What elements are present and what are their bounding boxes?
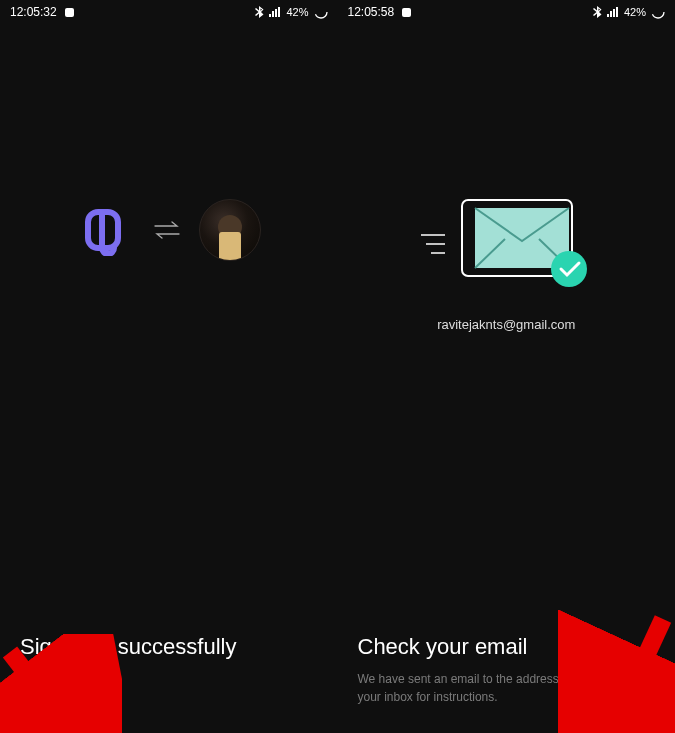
- page-subtitle: We have sent an email to the address abo…: [358, 670, 656, 706]
- svg-point-5: [551, 251, 587, 287]
- status-bar: 12:05:58 42%: [338, 0, 676, 24]
- notification-icon: [65, 8, 74, 17]
- status-time: 12:05:58: [348, 5, 395, 19]
- status-bar: 12:05:32 42%: [0, 0, 338, 24]
- battery-percent: 42%: [624, 6, 646, 18]
- notification-icon: [402, 8, 411, 17]
- phone-right-check-email: 12:05:58 42% ravitejaknts@gmail.com Chec…: [338, 0, 676, 733]
- email-illustration: [358, 199, 656, 289]
- status-time: 12:05:32: [10, 5, 57, 19]
- user-email: ravitejaknts@gmail.com: [358, 317, 656, 332]
- swap-arrows-icon: [153, 221, 181, 239]
- signal-icon: [607, 7, 619, 17]
- battery-percent: 42%: [286, 6, 308, 18]
- page-title: Check your email: [358, 634, 656, 660]
- battery-icon: [651, 5, 665, 19]
- status-right: 42%: [593, 5, 665, 19]
- motion-lines-icon: [421, 229, 451, 259]
- signal-icon: [269, 7, 281, 17]
- phone-left-signed-in: 12:05:32 42% Signed in successfully Inst…: [0, 0, 338, 733]
- envelope-icon: [461, 199, 591, 289]
- bluetooth-icon: [593, 6, 602, 18]
- svg-point-2: [652, 6, 664, 18]
- bluetooth-icon: [255, 6, 264, 18]
- sign-in-illustration: [20, 199, 318, 261]
- page-title: Signed in successfully: [20, 634, 318, 660]
- user-avatar: [199, 199, 261, 261]
- status-right: 42%: [255, 5, 327, 19]
- battery-icon: [314, 5, 328, 19]
- app-logo-icon: [77, 201, 135, 259]
- svg-point-0: [315, 6, 327, 18]
